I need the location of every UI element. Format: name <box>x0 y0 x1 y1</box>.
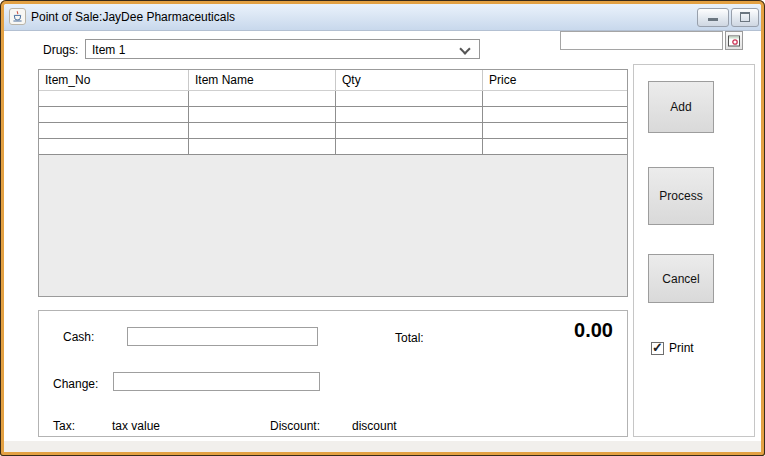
table-row[interactable] <box>39 139 627 155</box>
table-row[interactable] <box>39 123 627 139</box>
table-cell <box>483 91 627 106</box>
table-row[interactable] <box>39 107 627 123</box>
app-window: Point of Sale:JayDee Pharmaceuticals Dru… <box>0 0 765 456</box>
total-value: 0.00 <box>574 319 613 342</box>
column-header[interactable]: Item Name <box>189 70 336 90</box>
discount-value: discount <box>352 419 397 433</box>
table-header-row: Item_NoItem NameQtyPrice <box>39 70 627 91</box>
items-table: Item_NoItem NameQtyPrice <box>38 69 628 297</box>
print-checkbox[interactable] <box>651 342 664 355</box>
minimize-icon <box>708 18 718 21</box>
column-header[interactable]: Item_No <box>39 70 189 90</box>
cancel-button[interactable]: Cancel <box>648 254 714 303</box>
table-cell <box>189 107 336 122</box>
java-cup-icon <box>9 8 26 25</box>
table-row[interactable] <box>39 91 627 107</box>
table-cell <box>189 139 336 154</box>
process-button[interactable]: Process <box>648 167 714 225</box>
table-cell <box>483 123 627 138</box>
window-bottom-border <box>4 441 761 452</box>
table-cell <box>189 91 336 106</box>
title-bar[interactable]: Point of Sale:JayDee Pharmaceuticals <box>4 4 761 31</box>
total-label: Total: <box>395 331 424 345</box>
lookup-button[interactable] <box>725 31 743 50</box>
table-cell <box>336 123 483 138</box>
chevron-down-icon <box>459 43 470 54</box>
actions-panel: Add Process Cancel Print <box>633 64 755 437</box>
table-cell <box>483 139 627 154</box>
cash-label: Cash: <box>63 330 94 344</box>
table-cell <box>189 123 336 138</box>
window-title: Point of Sale:JayDee Pharmaceuticals <box>31 10 235 24</box>
drugs-combobox[interactable]: Item 1 <box>85 39 480 59</box>
drugs-label: Drugs: <box>43 43 78 57</box>
table-cell <box>336 91 483 106</box>
table-cell <box>336 107 483 122</box>
table-body <box>39 91 627 155</box>
change-label: Change: <box>53 377 98 391</box>
print-checkbox-label: Print <box>669 341 694 355</box>
cash-input[interactable] <box>127 327 318 346</box>
form-lookup-icon <box>728 35 740 47</box>
drugs-combobox-value: Item 1 <box>92 43 125 57</box>
add-button[interactable]: Add <box>648 81 714 133</box>
payment-panel: Cash: Total: 0.00 Change: Tax: tax value… <box>38 310 628 437</box>
maximize-icon <box>740 12 750 22</box>
tax-label: Tax: <box>53 419 75 433</box>
change-input[interactable] <box>113 372 320 391</box>
table-cell <box>39 139 189 154</box>
table-cell <box>39 123 189 138</box>
column-header[interactable]: Price <box>483 70 627 90</box>
table-cell <box>336 139 483 154</box>
table-cell <box>39 91 189 106</box>
discount-label: Discount: <box>270 419 320 433</box>
column-header[interactable]: Qty <box>336 70 483 90</box>
scan-input[interactable] <box>560 31 723 50</box>
minimize-button[interactable] <box>697 8 729 27</box>
print-option[interactable]: Print <box>651 341 694 355</box>
table-cell <box>483 107 627 122</box>
maximize-button[interactable] <box>731 8 759 27</box>
tax-value: tax value <box>112 419 160 433</box>
table-cell <box>39 107 189 122</box>
